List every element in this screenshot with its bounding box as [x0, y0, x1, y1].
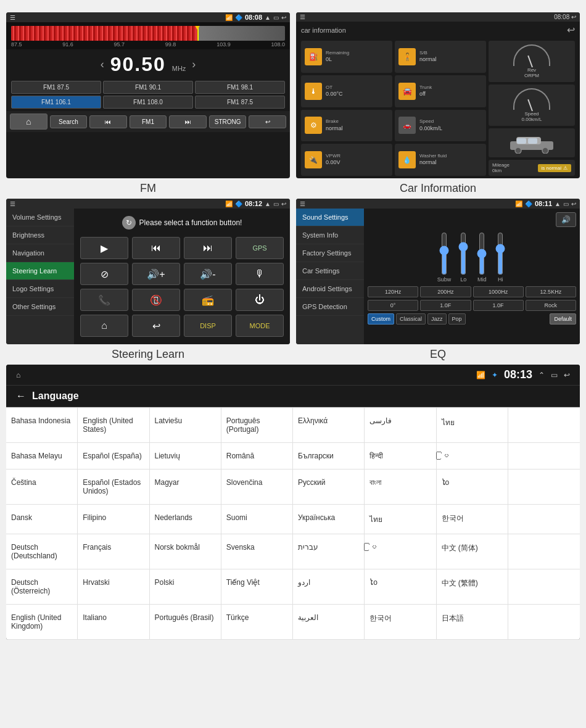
- eq-freq-200[interactable]: 200Hz: [420, 286, 471, 297]
- eq-sidebar-factory[interactable]: Factory Settings: [296, 244, 364, 262]
- eq-phase-1f-1[interactable]: 1.0F: [420, 300, 471, 311]
- steer-btn-disp[interactable]: DISP: [184, 315, 232, 337]
- lang-italian[interactable]: Italiano: [78, 605, 149, 640]
- steer-btn-play[interactable]: ▶: [80, 237, 128, 259]
- lang-bengali[interactable]: বাংলা: [365, 469, 436, 505]
- lang-russian[interactable]: Русский: [293, 469, 365, 505]
- steer-btn-power[interactable]: ⏻: [236, 289, 284, 311]
- sidebar-item-navigation[interactable]: Navigation: [6, 244, 74, 262]
- steer-btn-next[interactable]: ⏭: [184, 237, 232, 259]
- eq-speaker-btn[interactable]: 🔊: [556, 212, 576, 227]
- lang-english-us[interactable]: English (United States): [78, 408, 149, 443]
- lang-norwegian[interactable]: Norsk bokmål: [150, 534, 221, 569]
- lang-korean-2[interactable]: 한국어: [365, 605, 436, 640]
- lang-czech[interactable]: Čeština: [6, 469, 78, 505]
- fm-back-btn[interactable]: ↩: [249, 115, 286, 128]
- eq-slider-mid-input[interactable]: [476, 232, 488, 275]
- steer-btn-prev[interactable]: ⏮: [132, 237, 180, 259]
- lang-arabic[interactable]: العربية: [293, 605, 365, 640]
- preset-1[interactable]: FM1 87.5: [11, 81, 101, 94]
- sidebar-item-other[interactable]: Other Settings: [6, 298, 74, 316]
- steer-btn-mic[interactable]: 🎙: [236, 263, 284, 285]
- steer-btn-mute[interactable]: ⊘: [80, 263, 128, 285]
- steer-btn-back[interactable]: ↩: [132, 315, 180, 337]
- preset-6[interactable]: FM1 87.5: [195, 96, 285, 109]
- lang-lao[interactable]: ໄo: [437, 469, 508, 505]
- lang-lao-2[interactable]: ໄo: [365, 569, 436, 605]
- preset-4[interactable]: FM1 106.1: [11, 96, 101, 109]
- lang-myanmar-2[interactable]: ပြ: [365, 534, 436, 569]
- lang-bulgarian[interactable]: Български: [293, 443, 365, 469]
- lang-farsi[interactable]: فارسی: [365, 408, 436, 443]
- lang-finnish[interactable]: Suomi: [221, 505, 293, 534]
- freq-down-btn[interactable]: ‹: [101, 58, 104, 71]
- car-back-btn[interactable]: ↩: [567, 24, 575, 36]
- fm-prev-btn[interactable]: ⏮: [89, 115, 127, 128]
- eq-phase-0[interactable]: 0°: [368, 300, 418, 311]
- steer-btn-gps[interactable]: GPS: [236, 237, 284, 259]
- eq-sidebar-system[interactable]: System Info: [296, 226, 364, 244]
- lang-chinese-simplified[interactable]: 中文 (简体): [437, 534, 508, 569]
- lang-spanish-us[interactable]: Español (Estados Unidos): [78, 469, 149, 505]
- eq-sidebar-gps[interactable]: GPS Detection: [296, 298, 364, 316]
- lang-hungarian[interactable]: Magyar: [150, 469, 221, 505]
- lang-croatian[interactable]: Hrvatski: [78, 569, 149, 605]
- eq-phase-rock[interactable]: Rock: [526, 300, 576, 311]
- lang-hindi[interactable]: हिन्दी: [365, 443, 436, 469]
- eq-preset-pop[interactable]: Pop: [448, 313, 466, 325]
- eq-preset-custom[interactable]: Custom: [368, 313, 394, 325]
- freq-up-btn[interactable]: ›: [192, 58, 196, 71]
- fm-home-btn[interactable]: ⌂: [10, 114, 47, 130]
- eq-sidebar-car[interactable]: Car Settings: [296, 262, 364, 280]
- steer-btn-vol-down[interactable]: 🔊-: [184, 263, 232, 285]
- eq-default-btn[interactable]: Default: [550, 313, 576, 325]
- lang-french[interactable]: Français: [78, 534, 149, 569]
- lang-bahasa-melayu[interactable]: Bahasa Melayu: [6, 443, 78, 469]
- lang-latviesu[interactable]: Latviešu: [150, 408, 221, 443]
- eq-phase-1f-2[interactable]: 1.0F: [473, 300, 524, 311]
- steer-btn-call[interactable]: 📞: [80, 289, 128, 311]
- lang-japanese[interactable]: 日本語: [437, 605, 508, 640]
- steer-btn-hangup[interactable]: 📵: [132, 289, 180, 311]
- steer-btn-home[interactable]: ⌂: [80, 315, 128, 337]
- preset-5[interactable]: FM1 108.0: [103, 96, 193, 109]
- sidebar-item-steering-learn[interactable]: Steering Learn: [6, 262, 74, 280]
- sidebar-item-brightness[interactable]: Brightness: [6, 226, 74, 244]
- lang-polish[interactable]: Polski: [150, 569, 221, 605]
- sidebar-item-volume[interactable]: Volume Settings: [6, 209, 74, 226]
- steer-btn-vol-up[interactable]: 🔊+: [132, 263, 180, 285]
- eq-freq-12500[interactable]: 12.5KHz: [526, 286, 576, 297]
- lang-danish[interactable]: Dansk: [6, 505, 78, 534]
- lang-urdu[interactable]: اردو: [293, 569, 365, 605]
- lang-thai-1[interactable]: ไทย: [437, 408, 508, 443]
- lang-german-de[interactable]: Deutsch (Deutschland): [6, 534, 78, 569]
- lang-hebrew[interactable]: עברית: [293, 534, 365, 569]
- lang-korean-1[interactable]: 한국어: [437, 505, 508, 534]
- eq-slider-subw-input[interactable]: [438, 232, 450, 275]
- refresh-icon[interactable]: ↻: [122, 216, 136, 230]
- lang-ukrainian[interactable]: Українська: [293, 505, 365, 534]
- preset-3[interactable]: FM1 98.1: [195, 81, 285, 94]
- lang-back-btn[interactable]: ←: [16, 391, 26, 402]
- lang-dutch[interactable]: Nederlands: [150, 505, 221, 534]
- fm-band-btn[interactable]: FM1: [130, 115, 167, 128]
- steer-btn-radio[interactable]: 📻: [184, 289, 232, 311]
- eq-slider-lo-input[interactable]: [457, 232, 469, 275]
- eq-preset-jazz[interactable]: Jazz: [427, 313, 447, 325]
- preset-2[interactable]: FM1 90.1: [103, 81, 193, 94]
- lang-myanmar-1[interactable]: ပြ: [437, 443, 508, 469]
- lang-spanish-es[interactable]: Español (España): [78, 443, 149, 469]
- lang-filipino[interactable]: Filipino: [78, 505, 149, 534]
- lang-vietnamese[interactable]: Tiếng Việt: [221, 569, 293, 605]
- lang-lithuanian[interactable]: Lietuvių: [150, 443, 221, 469]
- eq-slider-hi-input[interactable]: [494, 232, 506, 275]
- lang-chinese-traditional[interactable]: 中文 (繁體): [437, 569, 508, 605]
- eq-freq-120[interactable]: 120Hz: [368, 286, 418, 297]
- lang-slovak[interactable]: Slovenčina: [221, 469, 293, 505]
- lang-turkish[interactable]: Türkçe: [221, 605, 293, 640]
- lang-greek[interactable]: Ελληνικά: [293, 408, 365, 443]
- fm-strong-btn[interactable]: STRONG: [209, 115, 247, 128]
- eq-freq-1000[interactable]: 1000Hz: [473, 286, 524, 297]
- lang-romanian[interactable]: Română: [221, 443, 293, 469]
- eq-sidebar-android[interactable]: Android Settings: [296, 280, 364, 298]
